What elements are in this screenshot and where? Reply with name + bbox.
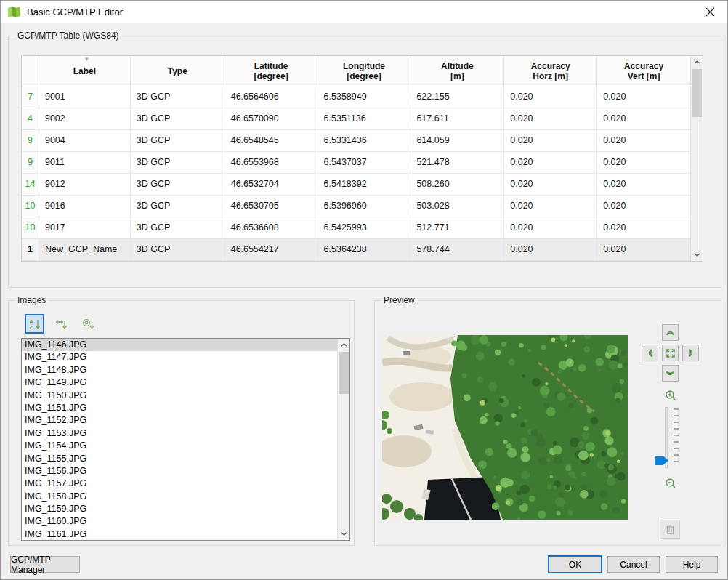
table-row[interactable]: 1New_GCP_Name3D GCP46.65542176.536423857… xyxy=(22,239,691,261)
row-number-cell[interactable]: 1 xyxy=(22,239,39,260)
row-number-cell[interactable]: 9 xyxy=(22,130,39,151)
image-list-item[interactable]: IMG_1157.JPG xyxy=(22,478,337,490)
table-cell[interactable]: 46.6548545 xyxy=(225,130,318,151)
sort-by-distance-icon[interactable] xyxy=(78,314,98,334)
table-cell[interactable]: 6.5425993 xyxy=(318,217,411,238)
table-cell[interactable]: 3D GCP xyxy=(131,130,225,151)
scroll-thumb[interactable] xyxy=(339,352,349,394)
table-cell[interactable]: 3D GCP xyxy=(131,239,225,260)
column-header[interactable]: Longitude [degree] xyxy=(318,56,411,86)
column-header[interactable]: Type xyxy=(131,56,225,86)
image-list-item[interactable]: IMG_1154.JPG xyxy=(22,440,337,452)
image-list-item[interactable]: IMG_1155.JPG xyxy=(22,453,337,465)
table-cell[interactable]: 46.6530705 xyxy=(225,196,318,217)
gcp-mtp-manager-button[interactable]: GCP/MTP Manager xyxy=(10,556,80,573)
table-cell[interactable]: 6.5351136 xyxy=(318,108,411,129)
image-list-item[interactable]: IMG_1151.JPG xyxy=(22,402,337,414)
table-row[interactable]: 790013D GCP46.65646066.5358949622.1550.0… xyxy=(22,86,691,108)
column-header[interactable]: Accuracy Horz [m] xyxy=(504,56,597,86)
table-cell[interactable]: 9001 xyxy=(39,86,131,108)
table-cell[interactable]: 0.020 xyxy=(504,130,597,151)
row-number-cell[interactable]: 10 xyxy=(22,196,39,217)
close-icon[interactable] xyxy=(700,3,720,20)
table-cell[interactable]: 3D GCP xyxy=(131,86,225,108)
image-list-item[interactable]: IMG_1152.JPG xyxy=(22,414,337,427)
scroll-thumb[interactable] xyxy=(692,69,702,117)
table-cell[interactable]: 6.5358949 xyxy=(318,86,411,108)
table-cell[interactable]: 521.478 xyxy=(410,152,504,173)
table-cell[interactable]: 9002 xyxy=(39,108,131,129)
pan-right-button[interactable] xyxy=(682,345,699,361)
table-cell[interactable]: 0.020 xyxy=(597,196,691,217)
pan-up-button[interactable] xyxy=(662,324,679,341)
image-list-item[interactable]: IMG_1150.JPG xyxy=(22,390,337,402)
table-cell[interactable]: 9011 xyxy=(39,152,131,173)
image-list-item[interactable]: IMG_1160.JPG xyxy=(22,515,337,528)
table-cell[interactable]: 508.260 xyxy=(410,174,504,195)
column-header[interactable] xyxy=(22,56,39,86)
row-number-cell[interactable]: 9 xyxy=(22,152,39,173)
table-cell[interactable]: 0.020 xyxy=(597,152,691,173)
table-cell[interactable]: 0.020 xyxy=(597,108,691,129)
table-row[interactable]: 990043D GCP46.65485456.5331436614.0590.0… xyxy=(22,130,691,152)
table-cell[interactable]: 0.020 xyxy=(504,108,597,129)
table-cell[interactable]: 0.020 xyxy=(504,239,597,260)
zoom-slider[interactable] xyxy=(651,406,687,472)
table-cell[interactable]: 46.6554217 xyxy=(225,239,318,260)
table-cell[interactable]: 0.020 xyxy=(597,130,691,151)
table-cell[interactable]: 503.028 xyxy=(410,196,504,217)
table-cell[interactable]: 46.6570090 xyxy=(225,108,318,129)
table-cell[interactable]: 9017 xyxy=(39,217,131,238)
table-cell[interactable]: 46.6564606 xyxy=(225,86,318,108)
table-scrollbar[interactable] xyxy=(690,56,703,261)
ok-button[interactable]: OK xyxy=(548,555,602,573)
table-cell[interactable]: 0.020 xyxy=(597,86,691,108)
table-cell[interactable]: 6.5331436 xyxy=(318,130,411,151)
table-cell[interactable]: New_GCP_Name xyxy=(39,239,131,260)
table-row[interactable]: 1490123D GCP46.65327046.5418392508.2600.… xyxy=(22,174,691,196)
table-cell[interactable]: 512.771 xyxy=(410,217,504,238)
table-cell[interactable]: 6.5396960 xyxy=(318,196,411,217)
table-cell[interactable]: 0.020 xyxy=(597,174,691,195)
zoom-out-icon[interactable] xyxy=(665,478,676,489)
table-cell[interactable]: 6.5364238 xyxy=(318,239,411,260)
table-row[interactable]: 1090173D GCP46.65366086.5425993512.7710.… xyxy=(22,217,691,239)
scroll-down-icon[interactable] xyxy=(338,528,349,540)
image-list-item[interactable]: IMG_1158.JPG xyxy=(22,491,337,503)
table-cell[interactable]: 617.611 xyxy=(410,108,504,129)
table-cell[interactable]: 46.6536608 xyxy=(225,217,318,238)
fit-view-icon[interactable] xyxy=(662,345,679,361)
row-number-cell[interactable]: 7 xyxy=(22,86,39,108)
pan-left-button[interactable] xyxy=(642,345,658,361)
table-cell[interactable]: 0.020 xyxy=(504,152,597,173)
column-header[interactable]: Accuracy Vert [m] xyxy=(597,56,691,86)
delete-mark-button[interactable] xyxy=(660,520,680,539)
image-list-item[interactable]: IMG_1149.JPG xyxy=(22,376,337,389)
column-header[interactable]: Latitude [degree] xyxy=(225,56,318,86)
table-cell[interactable]: 578.744 xyxy=(410,239,504,260)
scroll-up-icon[interactable] xyxy=(691,56,703,68)
image-list-item[interactable]: IMG_1161.JPG xyxy=(22,528,337,540)
row-number-cell[interactable]: 14 xyxy=(22,174,39,195)
row-number-cell[interactable]: 10 xyxy=(22,217,39,238)
table-cell[interactable]: 3D GCP xyxy=(131,152,225,173)
help-button[interactable]: Help xyxy=(666,556,718,573)
table-cell[interactable]: 6.5437037 xyxy=(318,152,411,173)
table-cell[interactable]: 9016 xyxy=(39,196,131,217)
table-cell[interactable]: 3D GCP xyxy=(131,196,225,217)
table-cell[interactable]: 3D GCP xyxy=(131,108,225,129)
pan-down-button[interactable] xyxy=(662,365,679,382)
table-cell[interactable]: 3D GCP xyxy=(131,217,225,238)
image-list-item[interactable]: IMG_1159.JPG xyxy=(22,503,337,515)
table-cell[interactable]: 9012 xyxy=(39,174,131,195)
table-row[interactable]: 1090163D GCP46.65307056.5396960503.0280.… xyxy=(22,196,691,217)
table-row[interactable]: 990113D GCP46.65539686.5437037521.4780.0… xyxy=(22,152,691,174)
preview-aerial-image[interactable] xyxy=(382,335,628,520)
table-cell[interactable]: 0.020 xyxy=(504,174,597,195)
table-cell[interactable]: 3D GCP xyxy=(131,174,225,195)
image-list-item[interactable]: IMG_1148.JPG xyxy=(22,364,337,376)
table-cell[interactable]: 0.020 xyxy=(597,217,691,238)
table-cell[interactable]: 9004 xyxy=(39,130,131,151)
zoom-in-icon[interactable] xyxy=(665,390,676,401)
scroll-up-icon[interactable] xyxy=(338,339,349,351)
